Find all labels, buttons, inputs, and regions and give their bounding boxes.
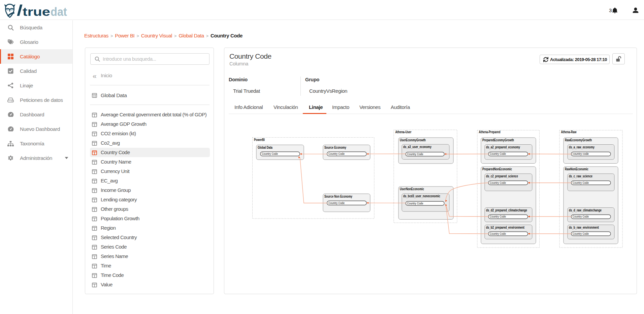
svg-text:dat: dat <box>51 5 67 18</box>
svg-text:Country Code: Country Code <box>490 152 506 155</box>
svg-text:ds_a2_prepared_economy: ds_a2_prepared_economy <box>486 145 520 149</box>
svg-text:Country Code: Country Code <box>407 201 423 205</box>
svg-text:ds_d_raw_climatechange: ds_d_raw_climatechange <box>569 208 602 212</box>
svg-text:Athena-Prepared: Athena-Prepared <box>479 130 501 134</box>
svg-text:Source Non Economy: Source Non Economy <box>324 195 352 198</box>
svg-text:ds_c2_prepared_science: ds_c2_prepared_science <box>486 174 518 178</box>
svg-text:Country Code: Country Code <box>573 215 589 218</box>
svg-text:Country Code: Country Code <box>573 232 589 235</box>
svg-text:ds_bcd3_user_noneconomic: ds_bcd3_user_noneconomic <box>403 194 440 198</box>
svg-text:Country Code: Country Code <box>328 152 345 155</box>
svg-text:PowerBI: PowerBI <box>254 138 265 142</box>
svg-text:UserEconmyGrowth: UserEconmyGrowth <box>400 138 426 142</box>
svg-text:Athena-Raw: Athena-Raw <box>561 130 577 134</box>
svg-text:Source Economy: Source Economy <box>324 146 346 149</box>
svg-text:PreparedEconmyGrowth: PreparedEconmyGrowth <box>482 138 514 142</box>
svg-text:RawEconomyGrowth: RawEconomyGrowth <box>565 138 592 142</box>
svg-text:country code: country code <box>573 152 589 155</box>
svg-text:ds_c_raw_science: ds_c_raw_science <box>569 174 592 178</box>
svg-text:Country Code: Country Code <box>490 181 506 184</box>
svg-text:UserNonEconomic: UserNonEconomic <box>400 187 424 191</box>
svg-text:true: true <box>23 5 50 18</box>
svg-text:RawNonEconomic: RawNonEconomic <box>565 167 588 171</box>
svg-text:Country Code: Country Code <box>407 152 423 156</box>
svg-text:Country Code: Country Code <box>573 181 589 184</box>
svg-text:ds_a_raw_economy: ds_a_raw_economy <box>569 145 594 149</box>
svg-text:Country Code: Country Code <box>490 232 506 235</box>
svg-text:Athena-User: Athena-User <box>395 130 412 134</box>
svg-text:Country Code: Country Code <box>262 152 278 155</box>
svg-text:Country Code: Country Code <box>490 215 506 218</box>
svg-text:Global Data: Global Data <box>258 146 272 149</box>
svg-text:ds_b_raw_environment: ds_b_raw_environment <box>569 226 599 229</box>
svg-text:ds_b2_prepared_environment: ds_b2_prepared_environment <box>486 226 525 229</box>
svg-text:ds_d2_prepared_climatechange: ds_d2_prepared_climatechange <box>486 208 527 212</box>
svg-text:PreparedNonEconomic: PreparedNonEconomic <box>482 167 512 171</box>
svg-text:ds_a3_user_economy: ds_a3_user_economy <box>403 145 431 149</box>
svg-text:Country Code: Country Code <box>328 201 345 205</box>
